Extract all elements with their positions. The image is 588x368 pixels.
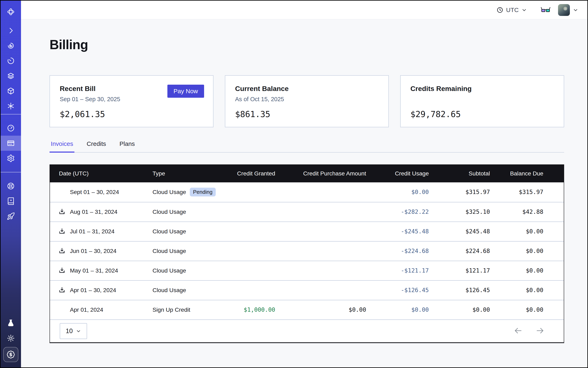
recent-bill-amount: $2,061.35 [60,109,203,119]
credit-usage-value: -$245.48 [367,228,430,235]
subtotal-value: $325.10 [430,209,491,215]
cube-icon[interactable] [1,83,21,99]
download-icon [58,247,66,255]
credit-usage-value: -$121.17 [367,267,430,274]
glasses-toggle-button[interactable] [541,7,551,13]
sun-icon[interactable] [1,331,21,346]
column-header-credit-purchase: Credit Purchase Amount [276,170,367,177]
card-title: Credits Remaining [410,85,554,93]
tab-credits[interactable]: Credits [85,140,107,153]
sidebar-divider [1,172,21,172]
usage-gauge-icon[interactable] [1,120,21,136]
invoice-row: Apr 01, 2024 Sign Up Credit $1,000.00 $0… [50,300,564,320]
invoice-date: Jul 01 – 31, 2024 [70,228,115,235]
billing-card-icon [7,139,15,147]
layers-icon[interactable] [1,68,21,83]
invoice-date: Aug 01 – 31, 2024 [70,209,118,215]
asterisk-icon[interactable] [1,99,21,114]
timezone-picker[interactable]: UTC [497,7,527,13]
docs-book-icon[interactable] [1,193,21,209]
logo-icon[interactable] [1,1,21,23]
sidebar-item-billing[interactable] [1,136,21,151]
dollar-badge-icon [7,350,15,359]
previous-page-button[interactable] [514,327,522,335]
user-avatar [558,4,570,16]
balance-due-value: $0.00 [491,267,564,274]
table-header: Date (UTC) Type Credit Granted Credit Pu… [50,165,564,182]
sidebar [1,1,21,367]
invoice-type: Cloud Usage [153,228,186,235]
download-invoice-button[interactable] [58,286,66,294]
invoice-type: Cloud Usage [153,267,186,274]
user-menu[interactable] [558,4,579,16]
download-invoice-button[interactable] [58,267,66,275]
tab-plans[interactable]: Plans [118,140,136,153]
invoice-row: Jun 01 – 30, 2024 Cloud Usage -$224.68 $… [50,241,564,261]
card-title: Current Balance [235,85,379,93]
glasses-icon [541,7,551,13]
card-subtitle [410,96,554,104]
invoice-type: Cloud Usage [153,287,186,294]
invoice-row: Sept 01 – 30, 2024 Cloud Usage Pending $… [50,182,564,202]
invoice-date: Apr 01, 2024 [70,306,103,313]
flask-icon[interactable] [1,316,21,331]
page-size-select[interactable]: 10 [60,323,87,339]
column-header-credit-usage: Credit Usage [367,170,430,177]
card-subtitle: As of Oct 15, 2025 [235,96,379,104]
recent-bill-card: Recent Bill Sep 01 – Sep 30, 2025 $2,061… [50,75,213,127]
app-window: UTC Billing Re [0,0,588,368]
invoice-date: Apr 01 – 30, 2024 [70,287,116,294]
credits-remaining-card: Credits Remaining $29,782.65 [400,75,564,127]
download-invoice-button[interactable] [58,228,66,235]
credit-granted-value: $1,000.00 [227,306,276,313]
chevron-down-icon [76,328,81,334]
balance-due-value: $0.00 [491,306,564,313]
credits-badge-button[interactable] [3,347,18,362]
page-size-value: 10 [66,327,72,335]
invoice-type: Cloud Usage [153,209,186,215]
expand-chevron-icon[interactable] [1,23,21,38]
table-pagination: 10 [50,320,564,342]
status-badge: Pending [190,188,216,196]
invoice-row: May 01 – 31, 2024 Cloud Usage -$121.17 $… [50,261,564,280]
download-icon [58,208,66,215]
topbar: UTC [21,1,587,19]
column-header-balance-due: Balance Due [491,170,564,177]
settings-gear-icon[interactable] [1,151,21,166]
spiral-eye-icon[interactable] [1,38,21,53]
invoice-date: Sept 01 – 30, 2024 [70,189,119,195]
rocket-icon[interactable] [1,209,21,224]
timezone-label: UTC [506,7,519,13]
column-header-subtotal: Subtotal [430,170,491,177]
support-lifebuoy-icon[interactable] [1,178,21,193]
tab-invoices[interactable]: Invoices [50,140,74,153]
next-page-button[interactable] [536,327,544,335]
invoices-table: Date (UTC) Type Credit Granted Credit Pu… [50,165,564,343]
credit-purchase-value: $0.00 [276,306,367,313]
column-header-credit-granted: Credit Granted [227,170,276,177]
invoice-row: Apr 01 – 30, 2024 Cloud Usage -$126.45 $… [50,280,564,300]
current-balance-card: Current Balance As of Oct 15, 2025 $861.… [225,75,389,127]
billing-page: Billing Recent Bill Sep 01 – Sep 30, 202… [21,19,587,367]
download-icon [58,267,66,274]
subtotal-value: $245.48 [430,228,491,235]
credit-usage-value: -$224.68 [367,248,430,254]
chevron-down-icon [573,7,579,13]
current-balance-amount: $861.35 [235,109,379,119]
invoice-row: Aug 01 – 31, 2024 Cloud Usage -$282.22 $… [50,202,564,221]
invoice-date: May 01 – 31, 2024 [70,267,118,274]
download-invoice-button[interactable] [58,247,66,255]
subtotal-value: $0.00 [430,306,491,313]
summary-cards: Recent Bill Sep 01 – Sep 30, 2025 $2,061… [50,75,564,127]
credit-usage-value: -$282.22 [367,209,430,215]
column-header-type: Type [152,170,227,177]
billing-tabs: Invoices Credits Plans [50,140,564,153]
pay-now-button[interactable]: Pay Now [167,85,204,98]
subtotal-value: $224.68 [430,248,491,254]
download-invoice-button[interactable] [58,208,66,216]
invoice-date: Jun 01 – 30, 2024 [70,248,117,254]
history-timer-icon[interactable] [1,53,21,68]
balance-due-value: $315.97 [491,189,564,195]
balance-due-value: $42.88 [491,209,564,215]
invoice-type: Cloud Usage [153,248,186,254]
